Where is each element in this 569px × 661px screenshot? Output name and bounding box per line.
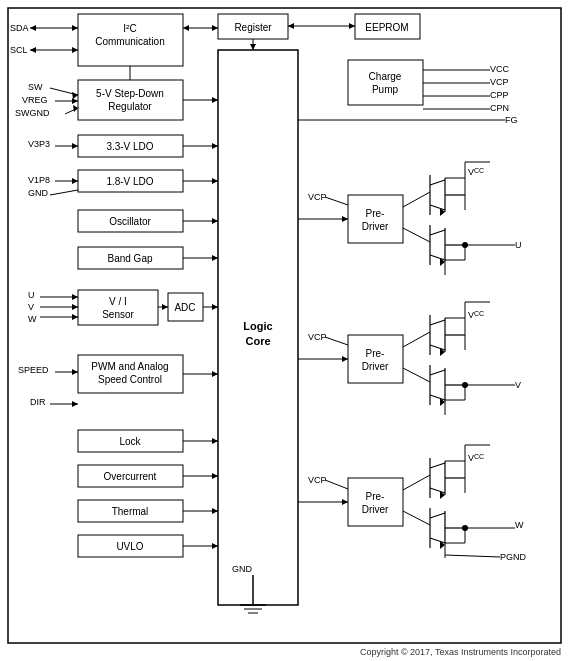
svg-marker-118	[212, 97, 218, 103]
svg-marker-113	[72, 98, 78, 104]
svg-line-47	[430, 205, 445, 210]
svg-text:PWM and Analog: PWM and Analog	[91, 361, 168, 372]
svg-text:GND: GND	[28, 188, 49, 198]
svg-marker-94	[72, 25, 78, 31]
svg-marker-165	[342, 216, 348, 222]
svg-marker-116	[73, 105, 78, 112]
eeprom-label: EEPROM	[365, 22, 408, 33]
svg-text:SWGND: SWGND	[15, 108, 50, 118]
svg-marker-163	[212, 543, 218, 549]
svg-text:V / I: V / I	[109, 296, 127, 307]
svg-text:V1P8: V1P8	[28, 175, 50, 185]
w-output-pin: W	[515, 520, 524, 530]
svg-text:1.8-V LDO: 1.8-V LDO	[106, 176, 153, 187]
svg-line-62	[430, 320, 445, 325]
svg-text:5-V Step-Down: 5-V Step-Down	[96, 88, 164, 99]
svg-marker-103	[349, 23, 355, 29]
svg-text:Band Gap: Band Gap	[107, 253, 152, 264]
register-label: Register	[234, 22, 272, 33]
svg-text:Oscillator: Oscillator	[109, 216, 151, 227]
svg-text:SPEED: SPEED	[18, 365, 49, 375]
svg-marker-152	[212, 371, 218, 377]
svg-marker-106	[250, 44, 256, 50]
svg-text:Communication: Communication	[95, 36, 164, 47]
svg-marker-110	[72, 92, 78, 99]
svg-marker-97	[72, 47, 78, 53]
svg-line-177	[403, 228, 430, 242]
scl-label: SCL	[10, 45, 28, 55]
svg-marker-100	[212, 25, 218, 31]
svg-line-178	[403, 332, 430, 347]
vcc-pin: VCC	[490, 64, 510, 74]
svg-text:VCP: VCP	[308, 192, 327, 202]
svg-marker-123	[212, 143, 218, 149]
v-output-pin: V	[515, 380, 521, 390]
svg-text:ADC: ADC	[174, 302, 195, 313]
svg-text:UVLO: UVLO	[116, 541, 143, 552]
svg-line-181	[403, 511, 430, 525]
svg-text:Driver: Driver	[362, 221, 389, 232]
svg-line-89	[430, 538, 445, 543]
svg-line-79	[430, 488, 445, 493]
svg-marker-159	[212, 473, 218, 479]
svg-text:U: U	[28, 290, 35, 300]
svg-line-180	[403, 475, 430, 490]
svg-line-128	[50, 190, 78, 195]
svg-marker-150	[72, 369, 78, 375]
svg-line-73	[430, 395, 445, 400]
svg-marker-155	[72, 401, 78, 407]
svg-text:CC: CC	[474, 453, 484, 460]
svg-text:Core: Core	[245, 335, 270, 347]
svg-text:Pre-: Pre-	[366, 491, 385, 502]
svg-marker-98	[30, 47, 36, 53]
svg-text:CC: CC	[474, 167, 484, 174]
svg-line-173	[325, 337, 348, 345]
svg-marker-134	[212, 255, 218, 261]
thermal-label: Thermal	[112, 506, 149, 517]
svg-line-63	[430, 345, 445, 350]
svg-text:VREG: VREG	[22, 95, 48, 105]
svg-line-78	[430, 463, 445, 468]
gnd-bottom: GND	[232, 564, 253, 574]
svg-marker-161	[212, 508, 218, 514]
svg-text:CC: CC	[474, 310, 484, 317]
svg-text:Pre-: Pre-	[366, 348, 385, 359]
svg-marker-95	[30, 25, 36, 31]
svg-line-46	[430, 180, 445, 185]
svg-line-88	[430, 513, 445, 518]
svg-marker-141	[72, 304, 78, 310]
svg-marker-132	[212, 218, 218, 224]
svg-marker-147	[212, 304, 218, 310]
svg-marker-145	[162, 304, 168, 310]
svg-text:Driver: Driver	[362, 361, 389, 372]
svg-line-56	[430, 230, 445, 235]
svg-text:I²C: I²C	[123, 23, 136, 34]
cpn-pin: CPN	[490, 103, 509, 113]
svg-text:Pre-: Pre-	[366, 208, 385, 219]
cpp-pin: CPP	[490, 90, 509, 100]
svg-text:Sensor: Sensor	[102, 309, 134, 320]
svg-text:3.3-V LDO: 3.3-V LDO	[106, 141, 153, 152]
svg-line-171	[325, 197, 348, 205]
svg-marker-104	[288, 23, 294, 29]
svg-marker-121	[72, 143, 78, 149]
svg-text:V3P3: V3P3	[28, 139, 50, 149]
svg-line-176	[403, 192, 430, 207]
svg-text:Overcurrent: Overcurrent	[104, 471, 157, 482]
svg-text:Lock: Lock	[119, 436, 141, 447]
svg-marker-130	[212, 178, 218, 184]
svg-text:SW: SW	[28, 82, 43, 92]
svg-line-193	[445, 555, 500, 557]
svg-text:VCP: VCP	[308, 332, 327, 342]
svg-text:Regulator: Regulator	[108, 101, 152, 112]
svg-text:VCP: VCP	[308, 475, 327, 485]
svg-rect-6	[348, 60, 423, 105]
svg-marker-169	[342, 499, 348, 505]
svg-marker-143	[72, 314, 78, 320]
svg-text:Speed Control: Speed Control	[98, 374, 162, 385]
svg-line-72	[430, 370, 445, 375]
svg-marker-139	[72, 294, 78, 300]
svg-text:W: W	[28, 314, 37, 324]
svg-line-57	[430, 255, 445, 260]
pgnd-pin: PGND	[500, 552, 527, 562]
